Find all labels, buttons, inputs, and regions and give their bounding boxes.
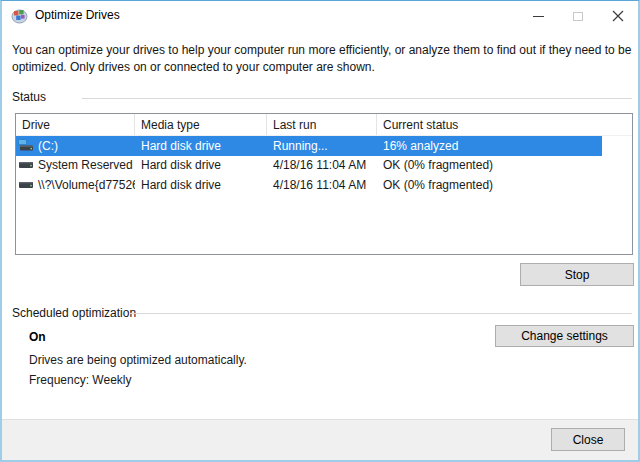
drive-name: \\?\Volume{d77526... — [38, 178, 135, 192]
stop-button[interactable]: Stop — [520, 263, 634, 286]
table-row-volume[interactable]: \\?\Volume{d77526... Hard disk drive 4/1… — [16, 175, 602, 195]
column-header-drive[interactable]: Drive — [16, 114, 135, 135]
last-run: 4/18/16 11:04 AM — [267, 158, 377, 172]
drive-list: Drive Media type Last run Current status… — [15, 113, 633, 255]
scheduled-description: Drives are being optimized automatically… — [29, 353, 247, 367]
column-header-media-type[interactable]: Media type — [135, 114, 267, 135]
drive-name: System Reserved — [38, 158, 133, 172]
maximize-icon — [573, 12, 583, 21]
current-status: OK (0% fragmented) — [377, 178, 602, 192]
system-drive-icon — [18, 137, 38, 155]
column-header-last-run[interactable]: Last run — [267, 114, 377, 135]
media-type: Hard disk drive — [135, 178, 267, 192]
maximize-button — [558, 1, 598, 31]
close-icon — [612, 10, 624, 22]
scheduled-state: On — [29, 330, 46, 344]
drive-name: (C:) — [38, 139, 58, 153]
title-bar: Optimize Drives — [2, 1, 638, 31]
scheduled-section-label: Scheduled optimization — [12, 306, 136, 320]
table-row-drive-c[interactable]: (C:) Hard disk drive Running... 16% anal… — [16, 136, 602, 156]
change-settings-button[interactable]: Change settings — [495, 325, 634, 347]
status-section-label: Status — [12, 90, 46, 104]
current-status: 16% analyzed — [377, 139, 602, 153]
column-header-current-status[interactable]: Current status — [377, 114, 602, 135]
dialog-footer — [2, 419, 638, 460]
dialog-description: You can optimize your drives to help you… — [12, 42, 632, 76]
optimize-drives-dialog: Optimize Drives You can optimize your dr… — [0, 0, 640, 462]
minimize-button[interactable] — [518, 1, 558, 31]
media-type: Hard disk drive — [135, 158, 267, 172]
defrag-app-icon — [11, 7, 28, 24]
media-type: Hard disk drive — [135, 139, 267, 153]
scheduled-frequency: Frequency: Weekly — [29, 373, 132, 387]
minimize-icon — [533, 16, 544, 17]
drive-icon — [18, 156, 38, 174]
window-title: Optimize Drives — [35, 1, 120, 30]
description-line2: optimized. Only drives on or connected t… — [12, 59, 632, 76]
window-controls — [518, 1, 638, 31]
close-button[interactable]: Close — [551, 428, 625, 451]
current-status: OK (0% fragmented) — [377, 158, 602, 172]
last-run: Running... — [267, 139, 377, 153]
close-window-button[interactable] — [598, 1, 638, 31]
last-run: 4/18/16 11:04 AM — [267, 178, 377, 192]
description-line1: You can optimize your drives to help you… — [12, 42, 632, 59]
scheduled-separator — [130, 313, 632, 314]
drive-icon — [18, 176, 38, 194]
table-row-system-reserved[interactable]: System Reserved Hard disk drive 4/18/16 … — [16, 156, 602, 176]
status-separator — [82, 98, 632, 99]
drive-list-header: Drive Media type Last run Current status — [16, 114, 632, 136]
